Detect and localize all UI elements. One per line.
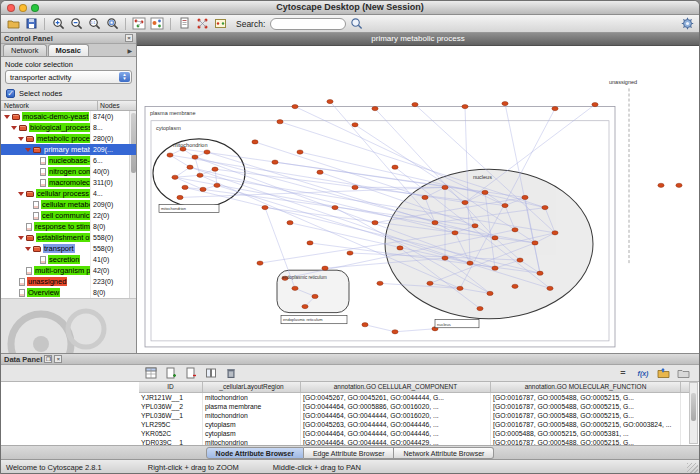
tree-row[interactable]: nitrogen compound...40(0) xyxy=(1,166,136,177)
network-node[interactable] xyxy=(332,205,338,209)
delete-attribute-icon[interactable] xyxy=(183,365,199,381)
tree-expander-icon[interactable] xyxy=(18,137,24,144)
open-session-icon[interactable] xyxy=(5,16,21,32)
tree-expander-icon[interactable] xyxy=(18,192,24,199)
network-canvas[interactable]: plasma membranecytoplasmmitochondrionnuc… xyxy=(137,46,699,353)
tree-row[interactable]: transport558(0) xyxy=(1,243,136,254)
network-node[interactable] xyxy=(492,266,498,270)
tab-scroll-right-icon[interactable]: ▶ xyxy=(127,47,134,56)
import-network-icon[interactable] xyxy=(176,16,192,32)
network-node[interactable] xyxy=(317,170,323,174)
column-header[interactable]: _cellularLayoutRegion xyxy=(203,382,301,392)
network-node[interactable] xyxy=(592,102,598,106)
network-node[interactable] xyxy=(472,224,478,228)
tree-row[interactable]: mosaic-demo-yeast874(0) xyxy=(1,111,136,122)
tree-expander-icon[interactable] xyxy=(25,247,31,254)
table-row[interactable]: YPL036W__2plasma membrane[GO:0044464, GO… xyxy=(139,402,689,411)
network-node[interactable] xyxy=(322,266,328,270)
network-node[interactable] xyxy=(492,236,498,240)
resize-grip[interactable] xyxy=(687,463,698,474)
network-node[interactable] xyxy=(182,185,188,189)
network-node[interactable] xyxy=(512,284,518,288)
network-node[interactable] xyxy=(552,231,558,235)
tree-row[interactable]: unassigned223(0) xyxy=(1,276,136,287)
network-node[interactable] xyxy=(482,190,488,194)
tree-expander-icon[interactable] xyxy=(11,126,17,133)
tree-row[interactable]: response to stimulus8(0) xyxy=(1,221,136,232)
network-node[interactable] xyxy=(292,286,298,290)
tree-expander-icon[interactable] xyxy=(25,148,31,155)
table-row[interactable]: YPL036W__1mitochondrion[GO:0044464, GO:0… xyxy=(139,411,689,420)
control-panel-close-icon[interactable]: × xyxy=(125,34,133,42)
column-header[interactable]: annotation.GO CELLULAR_COMPONENT xyxy=(301,382,491,392)
table-row[interactable]: YJR121W__1mitochondrion[GO:0045267, GO:0… xyxy=(139,393,689,402)
network-node[interactable] xyxy=(257,261,263,265)
network-node[interactable] xyxy=(547,286,553,290)
tab-network[interactable]: Network xyxy=(3,44,47,56)
network-node[interactable] xyxy=(292,104,298,108)
network-node[interactable] xyxy=(302,304,308,308)
network-node[interactable] xyxy=(542,205,548,209)
network-node[interactable] xyxy=(197,173,203,177)
table-scrollbar[interactable] xyxy=(689,382,698,444)
network-node[interactable] xyxy=(297,150,303,154)
network-node[interactable] xyxy=(187,165,193,169)
annotation-icon[interactable] xyxy=(212,16,228,32)
network-node[interactable] xyxy=(412,102,418,106)
network-node[interactable] xyxy=(352,185,358,189)
network-node[interactable] xyxy=(377,281,383,285)
tree-row[interactable]: nucleobase-containing...6... xyxy=(1,155,136,166)
function-builder-icon[interactable]: f(x) xyxy=(635,365,651,381)
trash-icon[interactable] xyxy=(223,365,239,381)
tree-row[interactable]: Overview8(0) xyxy=(1,287,136,298)
network-overview-icon[interactable] xyxy=(131,16,147,32)
zoom-in-icon[interactable] xyxy=(50,16,66,32)
network-node[interactable] xyxy=(502,101,508,105)
tree-row[interactable]: multi-organism process42(0) xyxy=(1,265,136,276)
import-attributes-icon[interactable] xyxy=(655,365,671,381)
create-attribute-icon[interactable] xyxy=(163,365,179,381)
network-node[interactable] xyxy=(462,104,468,108)
tree-row[interactable]: primary metabolic process209(... xyxy=(1,144,136,155)
select-nodes-checkbox[interactable]: ✓ xyxy=(6,89,15,98)
network-node[interactable] xyxy=(462,200,468,204)
network-view-title[interactable]: primary metabolic process xyxy=(137,33,699,46)
tree-expander-icon[interactable] xyxy=(4,115,10,122)
network-node[interactable] xyxy=(192,155,198,159)
titlebar[interactable]: Cytoscape Desktop (New Session) xyxy=(1,1,699,15)
layout-icon[interactable] xyxy=(194,16,210,32)
network-node[interactable] xyxy=(352,123,358,127)
zoom-window-icon[interactable] xyxy=(31,4,39,12)
attribute-batch-icon[interactable] xyxy=(203,365,219,381)
close-window-icon[interactable] xyxy=(7,4,15,12)
network-node[interactable] xyxy=(167,153,173,157)
network-node[interactable] xyxy=(432,221,438,225)
network-node[interactable] xyxy=(307,241,313,245)
tab-mosaic[interactable]: Mosaic xyxy=(48,44,89,56)
tab-node-attribute-browser[interactable]: Node Attribute Browser xyxy=(206,447,304,459)
zoom-actual-icon[interactable]: 1:1 xyxy=(86,16,102,32)
data-panel-float-icon[interactable]: ❐ xyxy=(44,355,52,363)
network-node[interactable] xyxy=(537,271,543,275)
tree-row[interactable]: metabolic process280(0) xyxy=(1,133,136,144)
tree-row[interactable]: biological_process8... xyxy=(1,122,136,133)
network-node[interactable] xyxy=(372,221,378,225)
tree-row[interactable]: establishment of localiz...558(0) xyxy=(1,232,136,243)
gear-icon[interactable] xyxy=(679,16,695,32)
network-node[interactable] xyxy=(658,183,664,187)
network-node[interactable] xyxy=(277,120,283,124)
tree-row[interactable]: cellular metabolic...209(0) xyxy=(1,199,136,210)
network-node[interactable] xyxy=(442,185,448,189)
column-header[interactable]: ID xyxy=(139,382,203,392)
network-node[interactable] xyxy=(392,165,398,169)
table-row[interactable]: YLR295Ccytoplasm[GO:0045263, GO:0044444,… xyxy=(139,420,689,429)
network-node[interactable] xyxy=(327,99,333,103)
network-node[interactable] xyxy=(372,106,378,110)
network-node[interactable] xyxy=(517,258,523,262)
export-attributes-icon[interactable] xyxy=(675,365,691,381)
search-input[interactable] xyxy=(270,18,346,30)
network-node[interactable] xyxy=(522,195,528,199)
table-row[interactable]: YKR052Ccytoplasm[GO:0044464, GO:0044444,… xyxy=(139,429,689,438)
network-node[interactable] xyxy=(177,195,183,199)
zoom-out-icon[interactable] xyxy=(68,16,84,32)
